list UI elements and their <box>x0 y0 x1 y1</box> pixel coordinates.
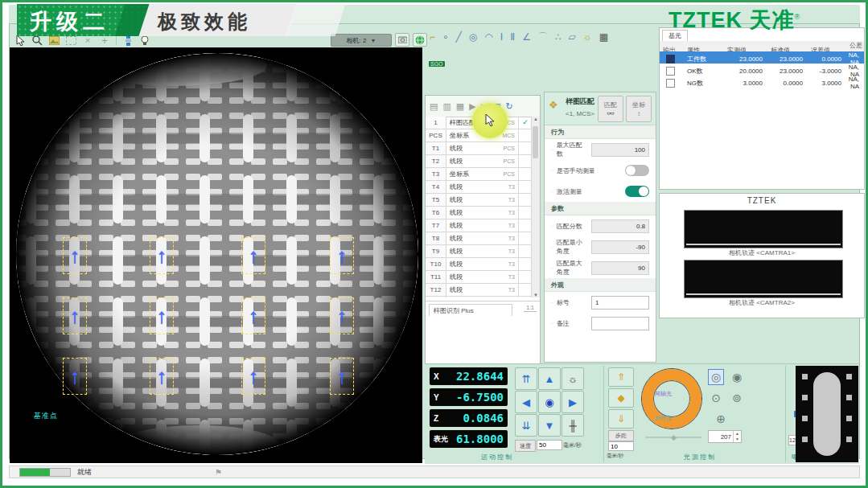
feature-check-icon[interactable] <box>519 245 532 257</box>
jog-z-up-button[interactable]: ⇑ <box>608 367 634 387</box>
min-angle-input[interactable]: -90 <box>591 240 649 254</box>
circle-tool-icon[interactable]: ◎ <box>469 31 477 43</box>
feature-check-icon[interactable] <box>519 168 532 180</box>
snapshot-button[interactable] <box>395 33 409 47</box>
feature-check-icon[interactable] <box>519 155 532 167</box>
save-icon[interactable]: ▦ <box>456 101 464 112</box>
light-bulb-mode-button[interactable]: ⊕ <box>713 411 729 427</box>
point-tool-icon[interactable]: ∘ <box>442 31 449 43</box>
jog-settings-button[interactable]: ☼ <box>562 367 584 390</box>
max-angle-input[interactable]: 90 <box>591 261 649 275</box>
radius-tool-icon[interactable]: ⌒ <box>538 31 548 44</box>
feature-row[interactable]: T13线段T3 <box>426 297 532 297</box>
grid-tool-icon[interactable]: ▦ <box>599 31 608 43</box>
feature-row[interactable]: T1线段PCS <box>426 142 532 155</box>
scroll-thumb[interactable] <box>533 126 538 158</box>
spinner-arrows-icon[interactable]: ▲▼ <box>733 431 741 442</box>
angle-tool-icon[interactable]: ∠ <box>522 31 531 43</box>
line-tool-icon[interactable]: ╱ <box>456 31 462 43</box>
feature-row[interactable]: T8线段T3 <box>426 232 532 245</box>
feature-check-icon[interactable] <box>519 232 532 244</box>
feature-check-icon[interactable] <box>519 258 532 270</box>
result-row[interactable]: NG数3.00000.00003.0000NA, NA <box>660 76 864 88</box>
manual-measure-toggle[interactable] <box>625 165 649 176</box>
speed-input[interactable] <box>537 440 562 450</box>
feature-check-icon[interactable] <box>519 181 532 193</box>
step-distance-input[interactable] <box>608 441 634 451</box>
crosshair-icon[interactable]: + <box>99 35 110 46</box>
feature-row[interactable]: T10线段T3 <box>426 258 532 271</box>
feature-row[interactable]: T12线段T3 <box>426 284 532 297</box>
feature-check-icon[interactable] <box>519 219 532 232</box>
jog-left-button[interactable]: ◀ <box>515 391 537 413</box>
feature-check-icon[interactable] <box>519 271 532 283</box>
feature-row[interactable]: T7线段T3 <box>426 219 532 232</box>
light-mode-1-button[interactable]: ◎ <box>708 369 724 385</box>
remark-input[interactable] <box>591 317 649 330</box>
light-value-spinner[interactable]: 207▲▼ <box>708 430 742 443</box>
light-mode-3-button[interactable]: ⊙ <box>708 390 724 406</box>
jog-up-fast-button[interactable]: ⇈ <box>515 367 537 390</box>
feature-check-icon[interactable] <box>519 284 532 296</box>
label-number-input[interactable] <box>591 296 649 310</box>
light-bulb-icon[interactable] <box>139 35 150 46</box>
select-cursor-icon[interactable] <box>14 35 26 46</box>
image-icon[interactable] <box>48 35 60 46</box>
feature-row[interactable]: T9线段T3 <box>426 245 532 258</box>
arc-tool-icon[interactable]: ◠ <box>484 31 492 43</box>
clear-icon[interactable]: × <box>82 35 93 46</box>
feature-check-icon[interactable] <box>519 207 532 219</box>
jog-down-button[interactable]: ▼ <box>538 414 561 437</box>
template-icon[interactable]: ▥ <box>442 101 450 112</box>
step-distance-button[interactable]: 步距 <box>608 430 634 441</box>
jog-up-button[interactable]: ▲ <box>538 367 561 390</box>
jog-z-down-button[interactable]: ⇓ <box>608 409 634 429</box>
match-score-input[interactable]: 0.8 <box>591 219 649 233</box>
light-mode-2-button[interactable]: ◉ <box>729 369 745 385</box>
speed-label-button[interactable]: 速度 <box>515 440 536 452</box>
feature-row[interactable]: T11线段T3 <box>426 271 532 284</box>
open-icon[interactable]: ▤ <box>430 101 438 112</box>
light-mode-4-button[interactable]: ⊚ <box>729 390 745 406</box>
jog-right-button[interactable]: ▶ <box>562 391 584 413</box>
feature-check-icon[interactable] <box>519 142 532 154</box>
refresh-icon[interactable]: ↻ <box>506 101 513 112</box>
feature-check-icon[interactable] <box>519 129 532 141</box>
feature-scrollbar[interactable]: ▲▼ <box>531 117 540 297</box>
jog-z-focus-button[interactable]: ◆ <box>608 388 634 408</box>
output-checkbox[interactable] <box>666 55 675 64</box>
feature-check-icon[interactable] <box>519 194 532 206</box>
light-intensity-slider[interactable]: ◆ <box>645 437 701 438</box>
zoom-icon[interactable] <box>31 35 43 46</box>
footer-tab[interactable]: 样图识别 Plus <box>429 304 512 316</box>
width-tool-icon[interactable]: Ⅱ <box>510 31 515 43</box>
feature-row[interactable]: T5线段T3 <box>426 194 532 207</box>
jog-stop-button[interactable]: ◉ <box>538 391 561 413</box>
feature-row[interactable]: T3坐标系PCS <box>426 168 532 181</box>
feature-row[interactable]: T6线段T3 <box>426 207 532 219</box>
tools-icon[interactable]: ☼ <box>583 31 592 43</box>
point-set-tool-icon[interactable]: ∴ <box>555 31 562 43</box>
ring-light-dial[interactable] <box>642 369 701 429</box>
axes-icon[interactable]: ⌐ <box>430 31 435 43</box>
focus-icon[interactable] <box>122 35 134 46</box>
feature-check-icon[interactable] <box>519 297 532 297</box>
refresh-globe-button[interactable] <box>413 33 427 47</box>
feature-check-icon[interactable]: ✓ <box>519 117 532 129</box>
slider-thumb-icon[interactable]: ◆ <box>671 433 677 441</box>
feature-row[interactable]: T2线段PCS <box>426 155 532 168</box>
result-row[interactable]: 工件数23.000023.00000.0000NA, NA <box>660 51 864 64</box>
scroll-down-icon[interactable]: ▼ <box>533 293 538 297</box>
active-measure-toggle[interactable] <box>625 186 649 197</box>
camera-image-viewport[interactable]: ↑↑↑↑↑↑↑↑↑↑↑↑ 基准点 <box>10 47 422 463</box>
capture-frame-icon[interactable] <box>65 35 76 46</box>
result-row[interactable]: OK数20.000023.0000-3.0000NA, NA <box>660 64 864 76</box>
feature-row[interactable]: T4线段T3 <box>426 181 532 194</box>
polygon-tool-icon[interactable]: ▱ <box>569 31 576 43</box>
jog-down-fast-button[interactable]: ⇊ <box>515 414 537 437</box>
output-checkbox[interactable] <box>666 67 675 76</box>
coord-button[interactable]: 坐标↕ <box>626 96 652 122</box>
match-button[interactable]: 匹配👓 <box>598 96 623 122</box>
distance-tool-icon[interactable]: Ⅰ <box>500 31 504 43</box>
output-checkbox[interactable] <box>666 79 675 88</box>
